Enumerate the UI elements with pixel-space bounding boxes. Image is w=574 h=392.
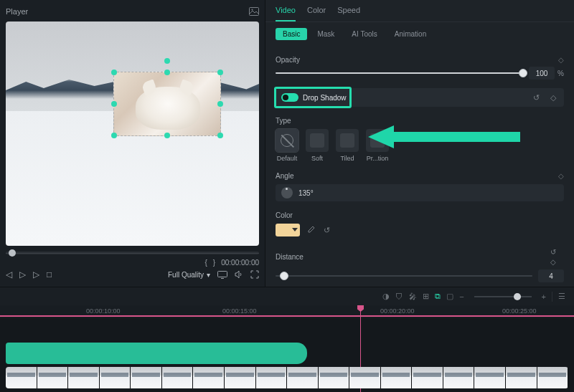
tab-speed[interactable]: Speed — [337, 6, 360, 21]
zoom-in-icon[interactable]: + — [542, 292, 546, 301]
shadow-type-soft[interactable]: Soft — [306, 129, 329, 162]
resize-handle-tr[interactable] — [217, 70, 223, 75]
player-progress-thumb[interactable] — [9, 249, 16, 257]
prev-frame-button[interactable]: ◁ — [6, 269, 12, 279]
player-title: Player — [6, 7, 28, 16]
type-label: Type — [276, 117, 291, 125]
chevron-down-icon: ▾ — [207, 271, 210, 279]
angle-dial[interactable] — [281, 187, 293, 199]
timeline-toolbar: ◑ ⛉ 🎤︎ ⊞ ⧉ ▢ − + ☰ — [0, 287, 574, 305]
distance-label: Distance — [276, 253, 304, 261]
tick-label: 00:00:25:00 — [502, 307, 537, 315]
resize-handle-mr[interactable] — [217, 101, 223, 107]
bracket-r-icon[interactable]: } — [213, 259, 215, 267]
snap-icon[interactable]: ▢ — [446, 292, 453, 301]
subtab-ai-tools[interactable]: AI Tools — [344, 28, 384, 40]
marker-icon[interactable]: ◑ — [382, 292, 390, 301]
type-soft-label: Soft — [306, 155, 329, 162]
subtab-mask[interactable]: Mask — [310, 28, 342, 40]
mic-icon[interactable]: 🎤︎ — [409, 292, 417, 301]
adjust-icon[interactable]: ⊞ — [423, 292, 429, 301]
distance-slider[interactable] — [276, 275, 532, 277]
player-timecode: 00:00:00:00 — [221, 259, 259, 267]
opacity-slider[interactable] — [276, 72, 523, 74]
timeline[interactable]: 00:00:10:00 00:00:15:00 00:00:20:00 00:0… — [0, 305, 574, 392]
resize-handle-ml[interactable] — [111, 101, 117, 107]
keyframe-icon[interactable]: ◇ — [548, 92, 558, 102]
drop-shadow-section: Drop Shadow ↺ ◇ — [276, 88, 564, 107]
speaker-icon[interactable] — [235, 270, 243, 279]
rotate-handle[interactable] — [164, 58, 170, 64]
tick-label: 00:00:15:00 — [222, 307, 257, 315]
properties-panel: Video Color Speed Basic Mask AI Tools An… — [265, 0, 574, 287]
zoom-out-icon[interactable]: − — [459, 292, 464, 301]
resize-handle-tl[interactable] — [111, 70, 117, 75]
list-view-icon[interactable]: ☰ — [558, 292, 565, 301]
opacity-label: Opacity — [276, 56, 300, 64]
angle-label: Angle — [276, 172, 294, 180]
display-icon[interactable] — [217, 271, 227, 279]
quality-select[interactable]: Full Quality ▾ — [168, 271, 210, 279]
tick-label: 00:00:20:00 — [380, 307, 415, 315]
opacity-unit: % — [557, 70, 564, 77]
snapshot-icon[interactable] — [249, 7, 259, 16]
bracket-l-icon[interactable]: { — [204, 259, 207, 267]
keyframe-icon[interactable]: ◇ — [558, 56, 564, 64]
shadow-type-default[interactable]: Default — [276, 129, 298, 162]
shadow-type-projection[interactable]: Pr...tion — [366, 129, 389, 162]
next-frame-button[interactable]: ▷ — [33, 269, 39, 279]
distance-slider-thumb[interactable] — [280, 272, 288, 280]
svg-point-1 — [252, 9, 253, 11]
shadow-type-tiled[interactable]: Tiled — [336, 129, 359, 162]
shield-icon[interactable]: ⛉ — [395, 292, 403, 301]
subtab-basic[interactable]: Basic — [276, 28, 307, 40]
player-progress[interactable] — [6, 252, 259, 254]
type-default-label: Default — [276, 155, 298, 162]
play-button[interactable]: ▷ — [19, 269, 26, 279]
eyedropper-icon[interactable] — [306, 225, 316, 235]
distance-kf-row: ↺ ◇ — [548, 247, 564, 267]
shadow-color-swatch[interactable] — [276, 224, 300, 236]
zoom-slider[interactable] — [474, 296, 532, 297]
timeline-ruler[interactable]: 00:00:10:00 00:00:15:00 00:00:20:00 00:0… — [0, 305, 574, 318]
keyframe-icon[interactable]: ◇ — [548, 257, 558, 267]
clip-main-track[interactable] — [6, 367, 568, 388]
resize-handle-bm[interactable] — [164, 133, 170, 138]
reset-icon[interactable]: ↺ — [321, 225, 331, 235]
fullscreen-icon[interactable] — [250, 270, 259, 279]
angle-value: 135° — [298, 189, 314, 197]
clip-selection[interactable] — [113, 72, 221, 136]
tab-video[interactable]: Video — [276, 6, 296, 21]
angle-input[interactable]: 135° — [276, 184, 564, 201]
svg-rect-0 — [250, 8, 259, 16]
reset-icon[interactable]: ↺ — [531, 92, 541, 102]
opacity-value[interactable]: 100 — [529, 67, 555, 80]
quality-label: Full Quality — [168, 271, 204, 279]
resize-handle-bl[interactable] — [111, 133, 117, 138]
resize-handle-tm[interactable] — [164, 70, 170, 75]
reset-icon[interactable]: ↺ — [548, 247, 558, 257]
resize-handle-br[interactable] — [217, 133, 223, 138]
player-viewport[interactable] — [6, 21, 259, 246]
drop-shadow-toggle[interactable] — [281, 93, 298, 102]
keyframe-icon[interactable]: ◇ — [558, 172, 564, 180]
opacity-slider-thumb[interactable] — [519, 69, 527, 77]
zoom-slider-thumb[interactable] — [514, 293, 521, 300]
stop-button[interactable]: □ — [47, 269, 52, 279]
playhead-line — [0, 315, 574, 317]
svg-rect-2 — [218, 271, 227, 277]
subtab-animation[interactable]: Animation — [387, 28, 433, 40]
distance-value[interactable]: 4 — [538, 269, 564, 282]
type-tiled-label: Tiled — [336, 155, 359, 162]
clip-overlay-track[interactable] — [6, 343, 307, 364]
type-proj-label: Pr...tion — [366, 155, 389, 162]
drop-shadow-label: Drop Shadow — [303, 94, 531, 102]
tab-color[interactable]: Color — [307, 6, 326, 21]
link-icon[interactable]: ⧉ — [435, 292, 441, 301]
color-label: Color — [276, 211, 293, 219]
player-panel: Player — [0, 0, 265, 287]
tick-label: 00:00:10:00 — [86, 307, 121, 315]
